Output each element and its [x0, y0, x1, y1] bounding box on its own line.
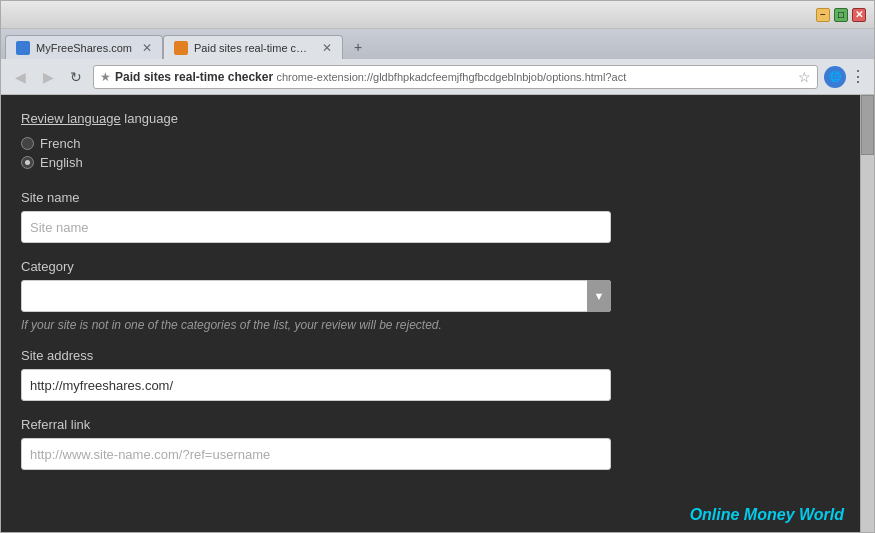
watermark: Online Money World [690, 506, 844, 524]
address-right-icons: 🌐 ⋮ [824, 66, 866, 88]
minimize-button[interactable]: − [816, 8, 830, 22]
title-bar: − □ ✕ [1, 1, 874, 29]
tab-myfreeshares[interactable]: MyFreeShares.com ✕ [5, 35, 163, 59]
browser-window: − □ ✕ MyFreeShares.com ✕ Paid sites real… [0, 0, 875, 533]
forward-button[interactable]: ▶ [37, 66, 59, 88]
referral-link-group: Referral link [21, 417, 840, 470]
radio-english-label: English [40, 155, 83, 170]
referral-link-input[interactable] [21, 438, 611, 470]
site-name-group: Site name [21, 190, 840, 243]
category-group: Category ▼ If your site is not in one of… [21, 259, 840, 332]
site-name-label: Site name [21, 190, 840, 205]
radio-english-circle [21, 156, 34, 169]
review-language-text: language [124, 111, 178, 126]
close-button[interactable]: ✕ [852, 8, 866, 22]
site-name-input[interactable] [21, 211, 611, 243]
tab-icon-paid-sites [174, 41, 188, 55]
radio-french-label: French [40, 136, 80, 151]
radio-french[interactable]: French [21, 136, 840, 151]
menu-button[interactable]: ⋮ [850, 67, 866, 86]
language-radio-group: French English [21, 136, 840, 170]
tab-label-myfreeshares: MyFreeShares.com [36, 42, 132, 54]
site-address-input[interactable] [21, 369, 611, 401]
site-address-group: Site address [21, 348, 840, 401]
new-tab-button[interactable]: + [343, 35, 373, 59]
address-bar[interactable]: ★ Paid sites real-time checker chrome-ex… [93, 65, 818, 89]
address-bar-area: ◀ ▶ ↻ ★ Paid sites real-time checker chr… [1, 59, 874, 95]
address-url: chrome-extension://gldbfhpkadcfeemjfhgfb… [276, 71, 626, 83]
site-address-label: Site address [21, 348, 840, 363]
radio-french-circle [21, 137, 34, 150]
scrollbar-track[interactable] [860, 95, 874, 532]
tab-close-myfreeshares[interactable]: ✕ [142, 41, 152, 55]
secure-icon: ★ [100, 70, 111, 84]
tab-icon-myfreeshares [16, 41, 30, 55]
refresh-button[interactable]: ↻ [65, 66, 87, 88]
tab-close-paid-sites[interactable]: ✕ [322, 41, 332, 55]
category-label: Category [21, 259, 840, 274]
category-hint: If your site is not in one of the catego… [21, 318, 840, 332]
restore-button[interactable]: □ [834, 8, 848, 22]
address-label: Paid sites real-time checker [115, 70, 273, 84]
tab-label-paid-sites: Paid sites real-time chec… [194, 42, 312, 54]
address-text: Paid sites real-time checker chrome-exte… [115, 70, 794, 84]
review-underline: Review language [21, 111, 121, 126]
globe-icon: 🌐 [824, 66, 846, 88]
title-bar-controls: − □ ✕ [816, 8, 866, 22]
page-content: Review language language French English … [1, 95, 874, 532]
category-select-wrap: ▼ [21, 280, 611, 312]
back-button[interactable]: ◀ [9, 66, 31, 88]
category-select[interactable] [21, 280, 611, 312]
tab-paid-sites[interactable]: Paid sites real-time chec… ✕ [163, 35, 343, 59]
page-scroll[interactable]: Review language language French English … [1, 95, 860, 532]
tabs-area: MyFreeShares.com ✕ Paid sites real-time … [1, 29, 874, 59]
scrollbar-thumb[interactable] [861, 95, 874, 155]
radio-english[interactable]: English [21, 155, 840, 170]
bookmark-icon[interactable]: ☆ [798, 69, 811, 85]
referral-link-label: Referral link [21, 417, 840, 432]
review-language-label: Review language language [21, 111, 840, 126]
